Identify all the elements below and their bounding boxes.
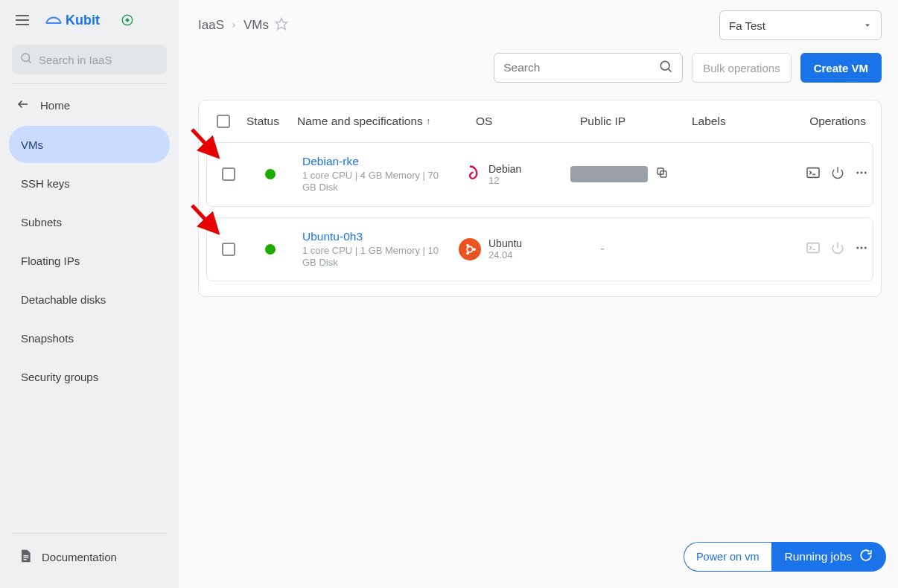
project-selector-label: Fa Test: [729, 19, 765, 32]
topbar: IaaS VMs Fa Test: [198, 9, 882, 42]
svg-rect-9: [24, 559, 27, 560]
vm-spec: 1 core CPU | 1 GB Memory | 10 GB Disk: [302, 245, 451, 269]
sidebar-item-detachable-disks[interactable]: Detachable disks: [9, 281, 170, 318]
os-name: Ubuntu: [488, 237, 522, 249]
svg-line-5: [28, 60, 31, 63]
sidebar-item-label: VMs: [21, 138, 43, 151]
row-checkbox[interactable]: [222, 167, 235, 181]
sidebar-search[interactable]: [12, 45, 167, 74]
sidebar-item-label: Floating IPs: [21, 255, 80, 267]
create-vm-button[interactable]: Create VM: [800, 53, 882, 83]
console-icon[interactable]: [806, 167, 821, 182]
sidebar-item-label: Detachable disks: [21, 293, 106, 306]
col-operations: Operations: [759, 115, 876, 128]
secondary-logo-icon: [121, 13, 134, 27]
sidebar-item-label: Snapshots: [21, 332, 74, 345]
breadcrumb-iaas[interactable]: IaaS: [198, 18, 224, 33]
copy-icon[interactable]: [655, 166, 669, 182]
home-label: Home: [40, 99, 70, 112]
chevron-right-icon: [230, 18, 238, 33]
col-labels[interactable]: Labels: [692, 115, 759, 128]
brand-logo[interactable]: Kubit: [45, 13, 100, 28]
logo-icon: [45, 13, 63, 28]
more-icon[interactable]: [855, 166, 868, 182]
svg-point-19: [856, 172, 859, 174]
svg-point-31: [864, 246, 867, 249]
vm-name-link[interactable]: Debian-rke: [302, 155, 459, 168]
floating-status-bar: Power on vm Running jobs: [684, 542, 886, 572]
svg-rect-8: [24, 557, 29, 558]
sidebar-item-vms[interactable]: VMs: [9, 126, 170, 163]
bulk-operations-label: Bulk operations: [703, 62, 780, 74]
svg-point-30: [861, 246, 863, 249]
svg-line-13: [669, 69, 672, 72]
action-bar: Bulk operations Create VM: [198, 48, 882, 88]
main-content: IaaS VMs Fa Test Bulk operations: [179, 0, 898, 588]
more-icon[interactable]: [855, 241, 868, 258]
chevron-down-icon: [863, 19, 872, 32]
col-status[interactable]: Status: [246, 115, 297, 128]
sidebar-item-floating-ips[interactable]: Floating IPs: [9, 242, 170, 279]
vm-name-link[interactable]: Ubuntu-0h3: [302, 230, 459, 243]
col-os[interactable]: OS: [453, 115, 565, 128]
sidebar-search-input[interactable]: [39, 54, 159, 66]
os-version: 24.04: [488, 249, 522, 261]
col-label: OS: [476, 115, 492, 128]
divider: [12, 83, 167, 84]
documentation-label: Documentation: [42, 551, 117, 563]
sidebar-item-ssh-keys[interactable]: SSH keys: [9, 164, 170, 202]
table-row: Debian-rke 1 core CPU | 4 GB Memory | 70…: [206, 142, 873, 207]
documentation-link[interactable]: Documentation: [12, 544, 167, 570]
public-ip-masked: [570, 166, 648, 182]
sidebar-item-label: Subnets: [21, 216, 62, 229]
svg-point-22: [467, 246, 473, 252]
project-selector[interactable]: Fa Test: [719, 10, 882, 40]
power-on-chip[interactable]: Power on vm: [684, 542, 771, 572]
row-checkbox[interactable]: [222, 243, 235, 256]
console-icon[interactable]: [806, 242, 821, 257]
home-link[interactable]: Home: [0, 89, 179, 121]
bulk-operations-button[interactable]: Bulk operations: [692, 53, 791, 83]
main-search[interactable]: [494, 53, 683, 83]
running-jobs-button[interactable]: Running jobs: [771, 542, 886, 572]
select-all-checkbox[interactable]: [217, 115, 230, 128]
col-label: Labels: [692, 115, 726, 128]
col-label: Operations: [809, 115, 866, 128]
sidebar-item-security-groups[interactable]: Security groups: [9, 358, 170, 395]
svg-marker-10: [276, 18, 287, 29]
svg-point-25: [466, 252, 469, 255]
divider: [12, 533, 167, 534]
favorite-star-icon[interactable]: [275, 17, 288, 34]
back-arrow-icon: [16, 98, 30, 113]
col-label: Status: [246, 115, 279, 128]
power-icon[interactable]: [831, 241, 844, 258]
debian-icon: [459, 163, 481, 185]
search-icon: [19, 51, 33, 68]
main-search-input[interactable]: [503, 61, 637, 74]
sidebar-item-snapshots[interactable]: Snapshots: [9, 319, 170, 357]
sidebar-item-subnets[interactable]: Subnets: [9, 203, 170, 240]
svg-point-4: [22, 54, 30, 62]
power-on-label: Power on vm: [696, 551, 760, 563]
public-ip-empty: -: [600, 241, 605, 257]
breadcrumb-vms[interactable]: VMs: [243, 18, 269, 33]
col-label: Public IP: [580, 115, 625, 128]
status-indicator: [265, 244, 276, 255]
svg-point-21: [864, 172, 867, 174]
svg-point-23: [473, 248, 476, 251]
power-icon[interactable]: [831, 166, 844, 182]
col-label: Name and specifications: [297, 115, 423, 128]
sidebar-item-label: Security groups: [21, 371, 98, 383]
svg-rect-7: [24, 555, 29, 556]
svg-point-20: [861, 172, 863, 174]
col-ip[interactable]: Public IP: [565, 115, 692, 128]
refresh-icon: [859, 549, 873, 565]
create-vm-label: Create VM: [814, 62, 868, 74]
table-row: Ubuntu-0h3 1 core CPU | 1 GB Memory | 10…: [206, 217, 873, 282]
breadcrumb: IaaS VMs: [198, 17, 288, 34]
svg-point-12: [661, 61, 670, 70]
col-name[interactable]: Name and specifications ↑: [297, 115, 453, 128]
svg-point-24: [466, 244, 469, 247]
search-icon: [658, 59, 673, 77]
menu-icon[interactable]: [13, 11, 31, 29]
